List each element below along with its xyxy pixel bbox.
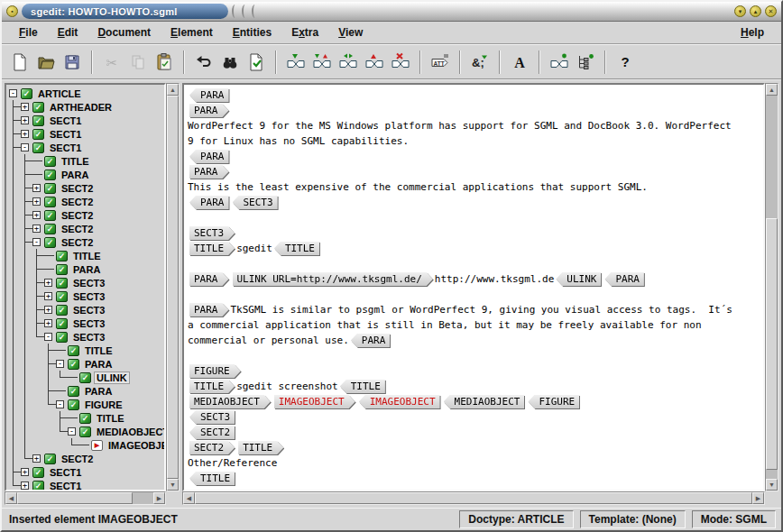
collapse-icon[interactable]: -: [68, 427, 76, 436]
tree-view[interactable]: -✓ARTICLE+✓ARTHEADER+✓SECT1+✓SECT1-✓SECT…: [5, 83, 166, 491]
help-button[interactable]: ?: [613, 50, 638, 75]
tree-node-article[interactable]: -✓ARTICLE: [6, 87, 164, 100]
expand-icon[interactable]: +: [21, 116, 29, 124]
sgml-start-tag-sect2[interactable]: SECT2: [189, 441, 235, 454]
tree-node-sect1[interactable]: +✓SECT1: [6, 127, 164, 141]
tree-node-artheader[interactable]: +✓ARTHEADER: [6, 100, 164, 114]
sgml-start-tag-title[interactable]: TITLE: [238, 441, 283, 454]
scroll-right-icon[interactable]: ▶: [752, 492, 764, 504]
maximize-button[interactable]: ▴: [750, 5, 761, 17]
sgml-end-tag-title[interactable]: TITLE: [340, 380, 385, 393]
tree-node-label[interactable]: TITLE: [71, 251, 103, 261]
tree-hscroll-thumb[interactable]: [17, 492, 133, 504]
text-run[interactable]: WordPerfect 9 for the MS Windows platfor…: [188, 120, 732, 132]
tree-node-sect3[interactable]: +✓SECT3: [6, 316, 164, 330]
text-run[interactable]: sgedit: [236, 243, 272, 254]
sgml-start-tag-title[interactable]: TITLE: [189, 242, 235, 255]
undo-button[interactable]: [191, 50, 216, 75]
sgml-end-tag-sect2[interactable]: SECT2: [189, 426, 235, 439]
text-run[interactable]: commercial or personal use.: [188, 335, 349, 346]
sgml-end-tag-para[interactable]: PARA: [189, 150, 229, 163]
tree-node-para[interactable]: ✓PARA: [6, 168, 164, 181]
scroll-left-icon[interactable]: ◀: [183, 492, 195, 504]
tree-node-label[interactable]: SECT1: [48, 481, 83, 491]
window-menu-button[interactable]: ▪: [6, 5, 18, 17]
expand-icon[interactable]: +: [44, 306, 52, 314]
tree-node-label[interactable]: FIGURE: [83, 399, 124, 410]
tree-node-ulink[interactable]: ✓ULINK: [6, 371, 164, 384]
menu-help[interactable]: Help: [731, 23, 774, 41]
tree-node-label[interactable]: TITLE: [60, 156, 91, 167]
tree-node-label[interactable]: TITLE: [95, 413, 126, 424]
sgml-start-tag-ulink[interactable]: ULINK URL=http://www.tksgml.de/: [233, 272, 433, 286]
tree-node-title[interactable]: ✓TITLE: [6, 154, 164, 168]
insert-entity-button[interactable]: &;: [467, 50, 493, 75]
tree-node-label[interactable]: MEDIAOBJECT: [95, 427, 166, 437]
tree-node-label[interactable]: SECT2: [60, 224, 95, 234]
collapse-icon[interactable]: -: [56, 360, 64, 368]
minimize-button[interactable]: ▾: [734, 5, 746, 17]
tree-node-label[interactable]: SECT2: [60, 237, 95, 248]
text-run[interactable]: sgedit screenshot: [236, 381, 338, 392]
remove-tags-button[interactable]: [362, 50, 387, 75]
insert-special-character-button[interactable]: A: [507, 50, 532, 75]
copy-button[interactable]: [125, 50, 151, 75]
sgml-start-tag-sect3[interactable]: SECT3: [189, 226, 235, 240]
sgml-end-tag-para[interactable]: PARA: [351, 334, 391, 347]
collapse-icon[interactable]: -: [56, 400, 64, 408]
insert-element-here-button[interactable]: [547, 50, 572, 75]
tree-node-label[interactable]: SECT3: [71, 332, 106, 343]
tree-node-title[interactable]: ✓TITLE: [6, 344, 164, 357]
expand-icon[interactable]: +: [44, 319, 52, 327]
tree-node-label[interactable]: PARA: [71, 264, 102, 275]
tree-vscroll-thumb[interactable]: [167, 96, 179, 479]
tree-node-label[interactable]: ARTHEADER: [48, 102, 114, 113]
sgml-end-tag-imageobject[interactable]: IMAGEOBJECT: [359, 395, 440, 408]
tree-node-sect3[interactable]: +✓SECT3: [6, 289, 164, 303]
tree-node-label[interactable]: SECT3: [71, 278, 106, 289]
element-structure-view-button[interactable]: [573, 50, 598, 75]
tree-vertical-scrollbar[interactable]: ▲ ▼: [166, 83, 180, 491]
split-element-button[interactable]: [336, 50, 361, 75]
sgml-end-tag-mediaobject[interactable]: MEDIAOBJECT: [444, 395, 525, 408]
scroll-right-icon[interactable]: ▶: [153, 492, 165, 504]
text-run[interactable]: 9 for Linux has no SGML capabilities.: [188, 135, 409, 147]
scroll-up-icon[interactable]: ▲: [766, 84, 778, 96]
tree-node-label[interactable]: SECT1: [48, 115, 83, 126]
editor-hscroll-thumb[interactable]: [195, 492, 752, 504]
editor-vscroll-thumb[interactable]: [766, 218, 778, 471]
collapse-icon[interactable]: -: [21, 143, 29, 151]
tree-node-label[interactable]: PARA: [83, 386, 114, 397]
tree-node-label[interactable]: SECT2: [60, 210, 95, 221]
scroll-up-icon[interactable]: ▲: [167, 84, 179, 96]
tree-node-imageobject[interactable]: ▶IMAGEOBJECT: [6, 438, 164, 452]
tree-node-sect2[interactable]: -✓SECT2: [6, 235, 164, 249]
sgml-end-tag-para[interactable]: PARA: [604, 272, 644, 286]
cut-button[interactable]: ✂: [99, 50, 124, 75]
close-button[interactable]: ✕: [765, 5, 777, 17]
editor-vertical-scrollbar[interactable]: ▲ ▼: [765, 83, 778, 491]
expand-icon[interactable]: +: [32, 211, 41, 219]
sgml-start-tag-mediaobject[interactable]: MEDIAOBJECT: [189, 395, 271, 408]
tree-node-sect2[interactable]: +✓SECT2: [6, 181, 164, 195]
tree-node-label[interactable]: SECT2: [60, 454, 95, 464]
expand-icon[interactable]: +: [21, 130, 29, 138]
replace-element-button[interactable]: [309, 50, 335, 75]
tree-node-sect2[interactable]: +✓SECT2: [6, 452, 164, 465]
tree-node-label[interactable]: SECT2: [60, 183, 95, 194]
tree-node-label[interactable]: ULINK: [95, 372, 129, 383]
tree-node-sect1[interactable]: +✓SECT1: [6, 114, 164, 127]
scroll-down-icon[interactable]: ▼: [167, 479, 179, 491]
menu-file[interactable]: File: [9, 23, 48, 41]
expand-icon[interactable]: +: [21, 482, 29, 490]
sgml-end-tag-figure[interactable]: FIGURE: [528, 395, 579, 408]
collapse-icon[interactable]: -: [32, 238, 41, 246]
new-document-button[interactable]: [7, 50, 32, 75]
tree-node-figure[interactable]: -✓FIGURE: [6, 398, 164, 411]
expand-icon[interactable]: +: [32, 454, 41, 463]
sgml-end-tag-para[interactable]: PARA: [189, 88, 229, 102]
sgml-start-tag-title[interactable]: TITLE: [189, 380, 235, 393]
menu-view[interactable]: View: [328, 23, 373, 41]
tree-node-para[interactable]: ✓PARA: [6, 262, 164, 276]
menu-entities[interactable]: Entities: [223, 23, 281, 41]
